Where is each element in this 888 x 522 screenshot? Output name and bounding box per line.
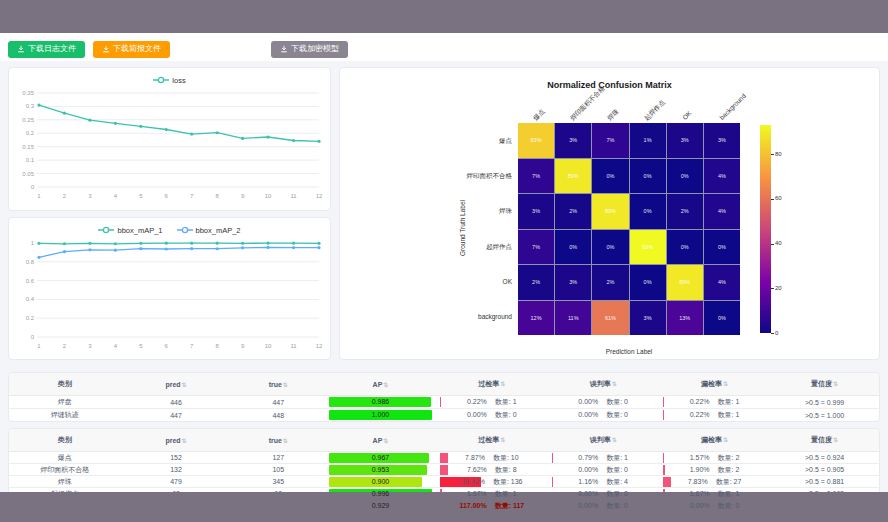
column-header-true[interactable]: true⇅ <box>232 429 325 452</box>
rate-count: 数量: 0 <box>606 501 628 511</box>
true-cell: 127 <box>232 452 325 464</box>
rate-count: 数量: 0 <box>606 465 628 475</box>
ap-cell: 0.986 <box>325 396 436 409</box>
column-header-label: 过检率 <box>478 380 499 387</box>
column-header-label: 误判率 <box>590 380 611 387</box>
ap-value: 0.929 <box>329 501 432 511</box>
matrix-cell: 4% <box>704 194 740 229</box>
column-header-误判率[interactable]: 误判率⇅ <box>548 429 659 452</box>
matrix-cell: 7% <box>518 230 554 265</box>
true-cell: 345 <box>232 476 325 488</box>
rate-values: 0.79%数量: 1 <box>552 453 655 463</box>
rate-percent: 0.22% <box>690 410 710 420</box>
ap-bar-wrap: 0.929 <box>329 501 432 511</box>
rate-count: 数量: 2 <box>718 465 740 475</box>
matrix-cell: 0% <box>630 159 666 194</box>
matrix-cell: 89% <box>592 194 628 229</box>
matrix-cell: 0% <box>555 230 591 265</box>
download-report-button[interactable]: 下载简报文件 <box>93 41 170 58</box>
mis-rate-cell: 0.00%数量: 0 <box>548 409 659 422</box>
column-header-pred[interactable]: pred⇅ <box>120 373 231 396</box>
svg-text:0.2: 0.2 <box>26 315 35 321</box>
miss-rate-cell-wrap: 0.22%数量: 1 <box>663 410 766 420</box>
rate-values: 7.62%数量: 8 <box>440 465 543 475</box>
rate-count: 数量: 0 <box>606 397 628 407</box>
ap-cell: 1.000 <box>325 409 436 422</box>
sort-icon[interactable]: ⇅ <box>723 437 728 443</box>
over-rate-cell: 1.67%数量: 1 <box>436 488 547 500</box>
map-chart: 00.20.40.60.81123456789101112 <box>9 237 330 357</box>
column-header-label: true <box>269 381 282 388</box>
rate-values: 0.22%数量: 1 <box>663 410 766 420</box>
rate-count: 数量: 0 <box>606 489 628 499</box>
sort-icon[interactable]: ⇅ <box>612 381 617 387</box>
column-header-过检率[interactable]: 过检率⇅ <box>436 429 547 452</box>
sort-icon[interactable]: ⇅ <box>500 381 505 387</box>
download-log-button[interactable]: 下载日志文件 <box>8 41 85 58</box>
matrix-cell: 0% <box>704 301 740 336</box>
rate-percent: 1.67% <box>467 489 487 499</box>
column-header-AP[interactable]: AP⇅ <box>325 373 436 396</box>
sort-icon[interactable]: ⇅ <box>833 381 838 387</box>
svg-text:0.15: 0.15 <box>22 144 34 150</box>
svg-text:1: 1 <box>37 343 41 349</box>
colorbar-tick-label: 20 <box>775 285 782 291</box>
svg-text:9: 9 <box>241 193 245 199</box>
sort-icon[interactable]: ⇅ <box>283 382 288 388</box>
download-encrypted-model-button[interactable]: 下载加密模型 <box>271 41 348 58</box>
ap-value: 0.996 <box>329 489 432 499</box>
column-header-pred[interactable]: pred⇅ <box>120 429 231 452</box>
legend-label: loss <box>172 76 185 85</box>
column-header-true[interactable]: true⇅ <box>232 373 325 396</box>
rate-values: 7.87%数量: 10 <box>440 453 543 463</box>
sort-icon[interactable]: ⇅ <box>612 437 617 443</box>
column-header-置信度[interactable]: 置信度⇅ <box>770 373 879 396</box>
download-plain-model-button[interactable]: 下载非加密模型 <box>178 41 263 58</box>
matrix-cell: 0% <box>667 159 703 194</box>
colorbar-tick-label: 80 <box>775 151 782 157</box>
svg-text:7: 7 <box>190 343 194 349</box>
map-legend-item-bbox_mAP_2[interactable]: bbox_mAP_2 <box>177 226 241 235</box>
sort-icon[interactable]: ⇅ <box>182 382 187 388</box>
sort-icon[interactable]: ⇅ <box>723 381 728 387</box>
sort-icon[interactable]: ⇅ <box>833 437 838 443</box>
column-header-AP[interactable]: AP⇅ <box>325 429 436 452</box>
svg-text:2: 2 <box>63 343 67 349</box>
mis-rate-cell-wrap: 0.00%数量: 0 <box>552 465 655 475</box>
sort-icon[interactable]: ⇅ <box>500 437 505 443</box>
sort-icon[interactable]: ⇅ <box>283 438 288 444</box>
map-chart-legend: bbox_mAP_1bbox_mAP_2 <box>9 218 330 237</box>
rate-percent: 1.90% <box>690 465 710 475</box>
column-header-类别: 类别 <box>9 429 120 452</box>
matrix-row-label: OK <box>342 278 512 285</box>
sort-icon[interactable]: ⇅ <box>182 438 187 444</box>
svg-text:10: 10 <box>265 193 272 199</box>
svg-text:0: 0 <box>31 334 35 340</box>
charts-area: loss 00.050.10.150.20.250.30.35123456789… <box>0 61 888 360</box>
rate-values: 0.00%数量: 0 <box>440 410 543 420</box>
matrix-cell: 89% <box>555 159 591 194</box>
rate-count: 数量: 8 <box>495 465 517 475</box>
matrix-cell: 12% <box>518 301 554 336</box>
miss-rate-cell: 1.67%数量: 1 <box>659 488 770 500</box>
column-header-误判率[interactable]: 误判率⇅ <box>548 373 659 396</box>
sort-icon[interactable]: ⇅ <box>383 438 388 444</box>
matrix-cell: 0% <box>592 230 628 265</box>
column-header-label: 误判率 <box>590 436 611 443</box>
svg-text:12: 12 <box>316 343 323 349</box>
rate-percent: 39.42% <box>461 477 485 487</box>
svg-text:12: 12 <box>316 193 323 199</box>
rate-values: 1.57%数量: 2 <box>663 453 766 463</box>
column-header-漏检率[interactable]: 漏检率⇅ <box>659 373 770 396</box>
mis-rate-cell: 0.00%数量: 0 <box>548 396 659 409</box>
over-rate-cell: 117.00%数量: 117 <box>436 500 547 512</box>
loss-legend-item-loss[interactable]: loss <box>153 76 185 85</box>
column-header-置信度[interactable]: 置信度⇅ <box>770 429 879 452</box>
column-header-漏检率[interactable]: 漏检率⇅ <box>659 429 770 452</box>
confusion-matrix-card: Normalized Confusion Matrix Ground Truth… <box>339 67 880 360</box>
matrix-cell: 3% <box>555 123 591 158</box>
column-header-过检率[interactable]: 过检率⇅ <box>436 373 547 396</box>
sort-icon[interactable]: ⇅ <box>383 382 388 388</box>
matrix-cell: 61% <box>592 301 628 336</box>
map-legend-item-bbox_mAP_1[interactable]: bbox_mAP_1 <box>98 226 162 235</box>
